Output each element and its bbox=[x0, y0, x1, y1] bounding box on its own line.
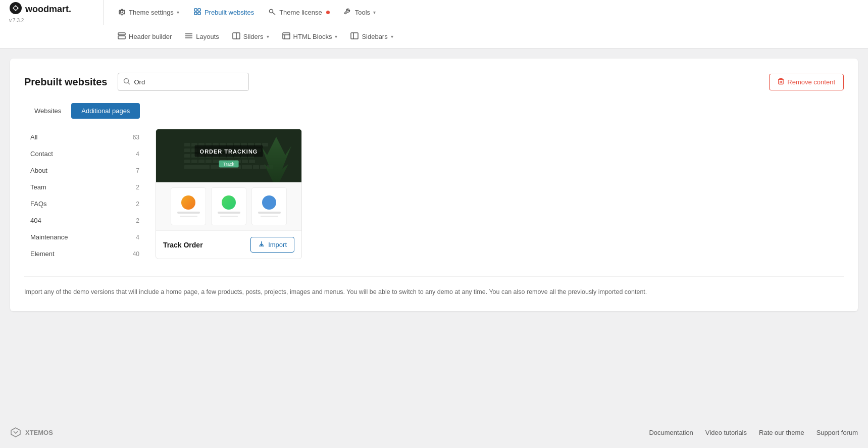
logo-text: woodmart. bbox=[25, 4, 71, 15]
nav-sliders[interactable]: Sliders ▾ bbox=[226, 29, 275, 44]
filter-about-count: 7 bbox=[136, 167, 139, 174]
svg-rect-7 bbox=[118, 33, 125, 35]
nav-html-blocks[interactable]: HTML Blocks ▾ bbox=[276, 29, 344, 44]
filter-maintenance-label: Maintenance bbox=[30, 233, 68, 241]
filter-about-label: About bbox=[30, 167, 47, 174]
filter-404[interactable]: 404 2 bbox=[24, 212, 145, 229]
footer-link-video-tutorials[interactable]: Video tutorials bbox=[705, 429, 747, 436]
filter-about[interactable]: About 7 bbox=[24, 162, 145, 179]
xtemos-brand-name: XTEMOS bbox=[25, 429, 53, 436]
product-icon-2 bbox=[222, 195, 236, 210]
key bbox=[184, 154, 190, 158]
filter-team-label: Team bbox=[30, 183, 46, 191]
top-nav: Theme settings ▾ Prebuilt websites bbox=[104, 0, 390, 25]
tab-websites[interactable]: Websites bbox=[24, 103, 71, 119]
top-bar: woodmart. v.7.3.2 Theme settings ▾ bbox=[0, 0, 868, 25]
import-button[interactable]: Import bbox=[250, 237, 294, 253]
settings-icon bbox=[118, 8, 126, 17]
nav-layouts-label: Layouts bbox=[196, 33, 219, 40]
product-line-3 bbox=[218, 212, 240, 214]
nav-sliders-label: Sliders bbox=[243, 33, 264, 40]
search-input[interactable] bbox=[134, 78, 243, 86]
svg-point-1 bbox=[14, 7, 17, 10]
key-icon bbox=[268, 8, 276, 17]
filter-contact-count: 4 bbox=[136, 151, 139, 158]
nav-header-builder[interactable]: Header builder bbox=[112, 29, 178, 44]
nav-layouts[interactable]: Layouts bbox=[179, 29, 225, 44]
nav-theme-license[interactable]: Theme license bbox=[262, 5, 336, 20]
filter-all[interactable]: All 63 bbox=[24, 129, 145, 145]
search-icon bbox=[123, 78, 130, 86]
html-blocks-dropdown-icon: ▾ bbox=[335, 34, 337, 39]
filter-sidebar: All 63 Contact 4 About 7 Team 2 FAQs 2 bbox=[24, 129, 145, 262]
svg-line-20 bbox=[128, 82, 130, 84]
nav-theme-settings-label: Theme settings bbox=[129, 9, 174, 16]
filter-contact[interactable]: Contact 4 bbox=[24, 145, 145, 162]
nav-prebuilt-websites-label: Prebuilt websites bbox=[205, 9, 254, 16]
nav-prebuilt-websites[interactable]: Prebuilt websites bbox=[187, 5, 260, 20]
tools-icon bbox=[344, 8, 352, 17]
filter-element[interactable]: Element 40 bbox=[24, 245, 145, 262]
license-dot bbox=[326, 11, 330, 14]
svg-rect-8 bbox=[118, 36, 125, 39]
filter-contact-label: Contact bbox=[30, 150, 53, 158]
layouts-icon bbox=[185, 32, 193, 41]
tools-dropdown-icon: ▾ bbox=[373, 10, 376, 15]
nav-tools-label: Tools bbox=[355, 9, 370, 16]
svg-rect-3 bbox=[198, 9, 200, 11]
order-tracking-label: ORDER TRACKING bbox=[195, 145, 263, 157]
logo-area: woodmart. v.7.3.2 bbox=[0, 0, 104, 25]
svg-rect-21 bbox=[779, 79, 783, 84]
filter-element-label: Element bbox=[30, 250, 55, 258]
filter-faqs-count: 2 bbox=[136, 201, 139, 208]
nav-theme-license-label: Theme license bbox=[279, 9, 322, 16]
nav-header-builder-label: Header builder bbox=[129, 33, 172, 40]
filter-faqs[interactable]: FAQs 2 bbox=[24, 195, 145, 212]
website-card-footer: Track Order Import bbox=[156, 230, 301, 259]
page-title: Prebuilt websites bbox=[24, 76, 108, 88]
filter-404-label: 404 bbox=[30, 217, 41, 224]
body-layout: All 63 Contact 4 About 7 Team 2 FAQs 2 bbox=[24, 129, 844, 262]
sliders-icon bbox=[232, 32, 240, 41]
product-icon-3 bbox=[262, 195, 276, 210]
grid-icon bbox=[193, 8, 201, 17]
remove-content-button[interactable]: Remove content bbox=[769, 74, 844, 90]
sidebars-icon bbox=[350, 32, 359, 41]
footer-link-rate-our-theme[interactable]: Rate our theme bbox=[759, 429, 804, 436]
filter-maintenance-count: 4 bbox=[136, 234, 139, 241]
logo-name: woodmart. bbox=[9, 2, 103, 17]
filter-team[interactable]: Team 2 bbox=[24, 179, 145, 195]
nav-sidebars[interactable]: Sidebars ▾ bbox=[344, 29, 399, 44]
svg-rect-2 bbox=[194, 9, 197, 11]
filter-team-count: 2 bbox=[136, 184, 139, 191]
tab-additional-pages[interactable]: Additional pages bbox=[71, 103, 140, 119]
mini-product-3 bbox=[251, 187, 287, 225]
filter-faqs-label: FAQs bbox=[30, 200, 47, 208]
track-btn-label: Track bbox=[219, 160, 238, 167]
xtemos-icon bbox=[10, 427, 21, 438]
filter-404-count: 2 bbox=[136, 217, 139, 224]
filter-maintenance[interactable]: Maintenance 4 bbox=[24, 229, 145, 245]
product-line-4 bbox=[220, 216, 238, 217]
main-content: Prebuilt websites bbox=[0, 48, 868, 418]
filter-all-count: 63 bbox=[133, 134, 139, 141]
main-card: Prebuilt websites bbox=[10, 59, 858, 311]
nav-html-blocks-label: HTML Blocks bbox=[293, 33, 332, 40]
trash-icon bbox=[778, 78, 784, 86]
key bbox=[184, 148, 190, 153]
import-icon bbox=[258, 240, 265, 249]
bottom-footer: XTEMOS Documentation Video tutorials Rat… bbox=[0, 418, 868, 447]
remove-content-label: Remove content bbox=[787, 78, 835, 86]
footer-link-support-forum[interactable]: Support forum bbox=[816, 429, 858, 436]
key bbox=[262, 143, 268, 147]
footer-link-documentation[interactable]: Documentation bbox=[649, 429, 693, 436]
key bbox=[184, 143, 190, 147]
website-card-track-order: ORDER TRACKING Track bbox=[156, 129, 302, 259]
nav-theme-settings[interactable]: Theme settings ▾ bbox=[112, 5, 185, 20]
products-strip bbox=[156, 182, 301, 230]
nav-tools[interactable]: Tools ▾ bbox=[338, 5, 382, 20]
footer-info-text: Import any of the demo versions that wil… bbox=[24, 287, 844, 297]
track-btn: Track bbox=[195, 159, 263, 167]
footer-links: Documentation Video tutorials Rate our t… bbox=[649, 429, 858, 436]
svg-point-19 bbox=[124, 78, 128, 83]
